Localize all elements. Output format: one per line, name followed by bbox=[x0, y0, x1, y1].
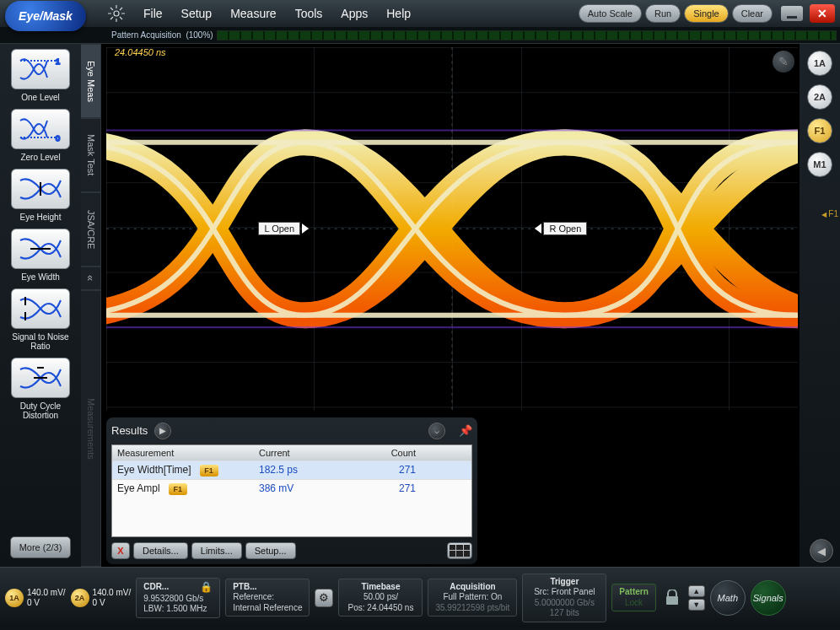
results-setup-button[interactable]: Setup... bbox=[245, 542, 296, 559]
ptb-panel[interactable]: PTB... Reference: Internal Reference bbox=[225, 579, 310, 617]
results-table: Measurement Current Count Eye Width[Time… bbox=[111, 444, 472, 537]
lock-closed-icon[interactable] bbox=[661, 584, 683, 611]
more-tools-button[interactable]: More (2/3) bbox=[10, 536, 71, 558]
snr-label: Signal to Noise Ratio bbox=[5, 332, 76, 351]
menu-tools[interactable]: Tools bbox=[295, 7, 323, 20]
cdr-panel[interactable]: CDR...🔒 9.9532800 Gb/s LBW: 1.500 MHz bbox=[136, 578, 220, 618]
menu-file[interactable]: File bbox=[143, 7, 163, 20]
nav-back-button[interactable]: ◀ bbox=[810, 539, 833, 563]
meas-name: Eye Ampl bbox=[117, 482, 160, 494]
one-level-button[interactable]: 1 bbox=[11, 49, 70, 89]
main-menu: File Setup Measure Tools Apps Help bbox=[143, 7, 411, 20]
nav-up-icon[interactable]: ▲ bbox=[688, 585, 705, 597]
ch1-chip: 1A bbox=[5, 589, 24, 607]
results-layout-button[interactable] bbox=[447, 542, 472, 559]
pin-icon[interactable]: 📌 bbox=[459, 424, 472, 437]
run-button[interactable]: Run bbox=[645, 4, 681, 23]
ch2-chip: 2A bbox=[71, 589, 89, 607]
pattern-acq-label: Pattern Acquisition bbox=[111, 30, 181, 40]
nav-updown[interactable]: ▲ ▼ bbox=[688, 585, 705, 611]
channel-selector: 1A 2A F1 M1 F1 bbox=[800, 44, 840, 567]
status-bar: 1A 140.0 mV/ 0 V 2A 140.0 mV/ 0 V CDR...… bbox=[0, 567, 840, 627]
window-close-button[interactable]: ✕ bbox=[810, 4, 835, 23]
ch2-scale[interactable]: 2A 140.0 mV/ 0 V bbox=[71, 588, 132, 607]
table-row[interactable]: Eye Width[Time] F1 182.5 ps 271 bbox=[112, 460, 471, 479]
svg-rect-15 bbox=[666, 596, 678, 605]
ch1-scale[interactable]: 1A 140.0 mV/ 0 V bbox=[5, 588, 66, 607]
r-open-label: R Open bbox=[543, 222, 587, 235]
pattern-acq-bar bbox=[217, 30, 837, 40]
l-open-marker[interactable]: L Open bbox=[258, 222, 309, 235]
trigger-panel[interactable]: Trigger Src: Front Panel 5.0000000 Gb/s1… bbox=[522, 573, 606, 622]
triangle-left-icon bbox=[535, 223, 541, 234]
tab-collapse[interactable]: « bbox=[81, 267, 101, 290]
col-measurement[interactable]: Measurement bbox=[112, 445, 254, 460]
menu-measure[interactable]: Measure bbox=[230, 7, 276, 20]
snr-button[interactable] bbox=[11, 288, 70, 329]
tab-measurements[interactable]: Measurements bbox=[81, 290, 101, 567]
table-row[interactable]: Eye Ampl F1 386 mV 271 bbox=[112, 479, 471, 498]
clear-button[interactable]: Clear bbox=[732, 4, 773, 23]
col-count[interactable]: Count bbox=[348, 445, 421, 460]
results-limits-button[interactable]: Limits... bbox=[191, 542, 242, 559]
display-settings-icon[interactable]: ✎ bbox=[773, 51, 794, 73]
dcd-button[interactable] bbox=[11, 358, 70, 398]
eye-width-button[interactable] bbox=[11, 229, 70, 269]
signals-button[interactable]: Signals bbox=[751, 580, 786, 616]
settings-gear-icon[interactable]: ⚙ bbox=[315, 589, 333, 607]
results-delete-button[interactable]: X bbox=[111, 542, 130, 559]
eye-width-label: Eye Width bbox=[21, 272, 60, 282]
meas-count: 271 bbox=[348, 480, 421, 498]
tab-eye-meas[interactable]: Eye Meas bbox=[81, 44, 101, 118]
eye-height-label: Eye Height bbox=[20, 213, 62, 222]
channel-1a-button[interactable]: 1A bbox=[807, 51, 832, 76]
waveform-display[interactable]: 24.04450 ns ✎ bbox=[106, 47, 798, 411]
side-tabs: Eye Meas Mask Test JSA/CRE « Measurement… bbox=[81, 44, 101, 567]
menu-setup[interactable]: Setup bbox=[181, 7, 213, 20]
results-play-icon[interactable]: ▶ bbox=[154, 423, 171, 439]
source-chip: F1 bbox=[200, 465, 218, 477]
pattern-acq-pct: (100%) bbox=[186, 30, 213, 40]
math-button[interactable]: Math bbox=[710, 580, 746, 616]
eye-height-button[interactable] bbox=[11, 169, 70, 209]
svg-text:0: 0 bbox=[56, 134, 60, 143]
agilent-logo-icon bbox=[106, 3, 127, 24]
results-details-button[interactable]: Details... bbox=[133, 542, 188, 559]
channel-2a-button[interactable]: 2A bbox=[807, 84, 832, 110]
r-open-marker[interactable]: R Open bbox=[535, 222, 587, 235]
pattern-lock-panel[interactable]: Pattern Lock bbox=[611, 584, 655, 611]
ch1-scale-val: 140.0 mV/ bbox=[27, 588, 66, 598]
zero-level-button[interactable]: 0 bbox=[11, 109, 70, 149]
nav-down-icon[interactable]: ▼ bbox=[688, 599, 705, 611]
dcd-label: Duty Cycle Distortion bbox=[5, 401, 76, 420]
meas-name: Eye Width[Time] bbox=[117, 464, 191, 476]
meas-current: 182.5 ps bbox=[254, 461, 348, 479]
window-minimize-button[interactable] bbox=[781, 6, 803, 21]
results-collapse-icon[interactable]: ⌵ bbox=[428, 423, 445, 439]
ch1-offset-val: 0 V bbox=[27, 598, 66, 608]
svg-point-0 bbox=[114, 11, 119, 16]
tab-jsa-cre[interactable]: JSA/CRE bbox=[81, 192, 101, 267]
zero-level-label: Zero Level bbox=[20, 153, 60, 162]
acquisition-panel[interactable]: Acquisition Full Pattern: On 35.99212598… bbox=[428, 579, 517, 617]
memory-m1-button[interactable]: M1 bbox=[807, 152, 832, 177]
timebase-panel[interactable]: Timebase 50.00 ps/ Pos: 24.04450 ns bbox=[338, 579, 423, 617]
col-current[interactable]: Current bbox=[254, 445, 348, 460]
one-level-label: One Level bbox=[21, 93, 60, 102]
menu-help[interactable]: Help bbox=[386, 7, 411, 20]
function-f1-button[interactable]: F1 bbox=[807, 118, 832, 143]
menu-apps[interactable]: Apps bbox=[341, 7, 368, 20]
single-button[interactable]: Single bbox=[684, 4, 729, 23]
meas-current: 386 mV bbox=[254, 480, 348, 498]
menu-bar: Eye/Mask File Setup Measure Tools Apps H… bbox=[0, 0, 840, 27]
ch2-scale-val: 140.0 mV/ bbox=[93, 588, 132, 598]
results-panel: Results ▶ ⌵ 📌 Measurement Current Count … bbox=[106, 417, 477, 564]
l-open-label: L Open bbox=[258, 222, 300, 235]
lock-icon: 🔒 bbox=[200, 581, 213, 594]
tab-mask-test[interactable]: Mask Test bbox=[81, 118, 101, 192]
mode-badge[interactable]: Eye/Mask bbox=[5, 1, 86, 31]
results-title: Results bbox=[111, 424, 148, 437]
svg-text:1: 1 bbox=[56, 57, 60, 66]
triangle-right-icon bbox=[302, 223, 309, 234]
autoscale-button[interactable]: Auto Scale bbox=[579, 4, 642, 23]
